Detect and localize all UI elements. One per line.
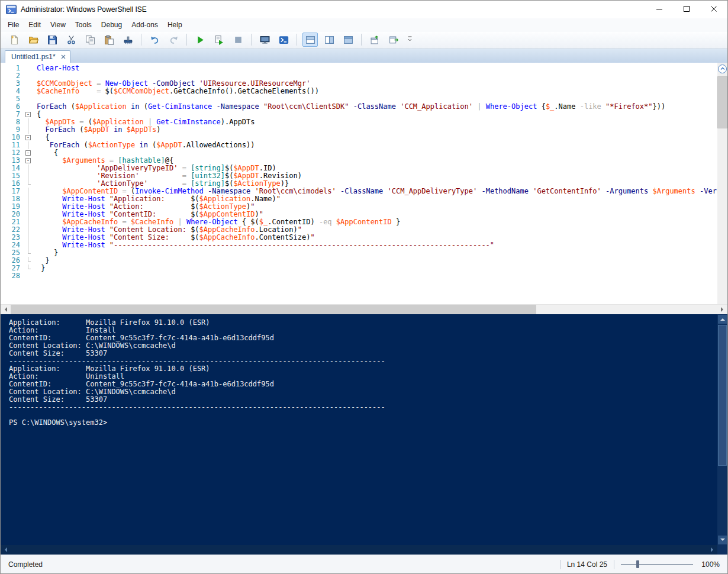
code-fold-toggle[interactable]: - — [24, 111, 33, 118]
fold-guide — [24, 103, 33, 111]
window-controls — [646, 1, 727, 18]
run-script-button[interactable] — [192, 33, 208, 47]
start-powershell-icon — [279, 35, 289, 45]
show-script-pane-right-button[interactable] — [321, 33, 337, 47]
zoom-slider[interactable] — [621, 560, 693, 569]
fold-guide — [24, 88, 33, 95]
redo-icon — [169, 35, 179, 45]
editor-scrollbar-thumb[interactable] — [717, 76, 727, 128]
fold-guide — [24, 165, 33, 172]
status-text: Completed — [8, 560, 43, 569]
minimize-button[interactable] — [646, 1, 673, 18]
scroll-down-arrow-icon[interactable] — [718, 536, 727, 544]
menu-edit[interactable]: Edit — [24, 19, 46, 31]
powershell-ise-app-icon — [6, 4, 17, 15]
undo-icon — [150, 35, 160, 45]
console-horizontal-scrollbar[interactable] — [1, 545, 717, 554]
show-script-pane-top-button[interactable] — [302, 33, 318, 47]
fold-guide — [24, 226, 33, 234]
toolbar-overflow-button[interactable] — [405, 33, 414, 47]
start-powershell-button[interactable] — [276, 33, 291, 47]
editor-line[interactable]: 6ForEach ($Application in (Get-CimInstan… — [1, 103, 727, 111]
menu-tools[interactable]: Tools — [70, 19, 96, 31]
scroll-up-arrow-icon[interactable] — [718, 315, 727, 324]
scroll-right-arrow-icon[interactable] — [717, 305, 727, 314]
run-selection-button[interactable] — [211, 33, 227, 47]
console-pane[interactable]: Application: Mozilla Firefox 91.10.0 (ES… — [1, 314, 727, 554]
fold-guide — [24, 234, 33, 241]
editor-hscrollbar-thumb[interactable] — [11, 305, 536, 314]
editor-line[interactable]: 26 } — [1, 257, 727, 265]
editor-line[interactable]: 11 ForEach ($ActionType in ($AppDT.Allow… — [1, 141, 727, 149]
editor-line[interactable]: 28 — [1, 272, 727, 280]
zoom-slider-thumb[interactable] — [636, 560, 639, 568]
paste-button[interactable] — [101, 33, 117, 47]
clear-console-icon — [123, 35, 133, 45]
open-script-button[interactable] — [25, 33, 41, 47]
scroll-right-arrow-icon[interactable] — [707, 545, 717, 554]
script-editor-pane[interactable]: 1Clear-Host23$CCMComObject = New-Object … — [1, 63, 727, 304]
float-script-pane-button[interactable] — [367, 33, 382, 47]
copy-button[interactable] — [82, 33, 98, 47]
maximize-button[interactable] — [673, 1, 700, 18]
new-remote-powershell-tab-button[interactable] — [257, 33, 272, 47]
toolbar-buttons — [5, 33, 403, 47]
fold-guide — [24, 211, 33, 218]
new-remote-powershell-tab-icon — [260, 35, 270, 45]
fold-guide — [24, 95, 33, 103]
collapse-script-pane-button[interactable] — [718, 65, 727, 73]
cut-button[interactable] — [63, 33, 79, 47]
toolbar-separator — [251, 34, 252, 46]
editor-line[interactable]: 24 Write-Host "-------------------------… — [1, 241, 727, 249]
show-script-pane-maximized-button[interactable] — [340, 33, 356, 47]
tab-close-icon[interactable] — [61, 54, 66, 59]
save-script-button[interactable] — [44, 33, 60, 47]
editor-line[interactable]: 25 } — [1, 249, 727, 257]
stop-operation-icon — [233, 35, 243, 45]
show-script-pane-maximized-icon — [343, 35, 353, 45]
script-tab[interactable]: Untitled1.ps1* — [5, 50, 70, 63]
open-script-icon — [28, 35, 38, 45]
zoom-slider-track[interactable] — [621, 564, 693, 565]
menu-file[interactable]: File — [3, 19, 24, 31]
window-title: Administrator: Windows PowerShell ISE — [21, 5, 147, 14]
console-output: Application: Mozilla Firefox 91.10.0 (ES… — [1, 314, 717, 427]
fold-guide — [24, 241, 33, 249]
editor-horizontal-scrollbar[interactable] — [1, 304, 727, 314]
undo-button[interactable] — [147, 33, 162, 47]
scroll-left-arrow-icon[interactable] — [1, 545, 11, 554]
editor-lines: 1Clear-Host23$CCMComObject = New-Object … — [1, 63, 727, 280]
fold-guide — [24, 257, 33, 265]
line-number: 28 — [1, 272, 24, 280]
clear-console-button[interactable] — [120, 33, 136, 47]
float-console-pane-button[interactable] — [386, 33, 401, 47]
fold-guide — [24, 249, 33, 257]
redo-button[interactable] — [166, 33, 181, 47]
scroll-left-arrow-icon[interactable] — [1, 305, 11, 314]
code-fold-toggle[interactable]: - — [24, 157, 33, 165]
code-fold-toggle[interactable]: - — [24, 149, 33, 157]
fold-guide — [24, 65, 33, 72]
menu-addons[interactable]: Add-ons — [127, 19, 163, 31]
run-selection-icon — [214, 35, 224, 45]
code-fold-toggle[interactable]: - — [24, 134, 33, 141]
menu-debug[interactable]: Debug — [96, 19, 127, 31]
editor-line[interactable]: 27 } — [1, 265, 727, 272]
cursor-position: Ln 14 Col 25 — [567, 560, 607, 569]
close-button[interactable] — [700, 1, 727, 18]
editor-line[interactable]: 4$CacheInfo = $($CCMComObject.GetCacheIn… — [1, 88, 727, 95]
console-scrollbar-thumb[interactable] — [718, 325, 727, 466]
statusbar-separator — [614, 560, 614, 569]
save-script-icon — [47, 35, 57, 45]
console-vertical-scrollbar[interactable] — [717, 314, 727, 545]
new-script-button[interactable] — [7, 33, 22, 47]
menu-view[interactable]: View — [46, 19, 70, 31]
stop-operation-button[interactable] — [230, 33, 246, 47]
menu-help[interactable]: Help — [163, 19, 187, 31]
editor-vertical-scrollbar[interactable] — [717, 63, 727, 304]
fold-guide — [24, 203, 33, 211]
code-text: ForEach ($Application in (Get-CimInstanc… — [37, 103, 665, 111]
editor-line[interactable]: 1Clear-Host — [1, 65, 727, 72]
editor-line[interactable]: 9 ForEach ($AppDT in $AppDTs) — [1, 126, 727, 134]
paste-icon — [104, 35, 114, 45]
